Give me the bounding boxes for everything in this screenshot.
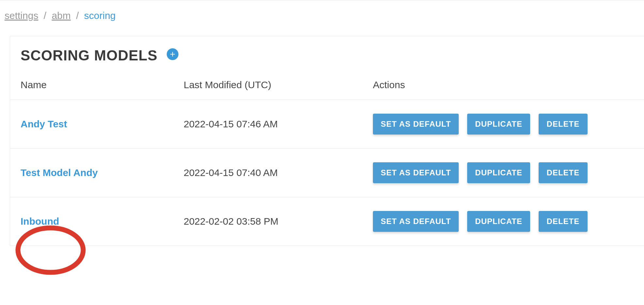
delete-button[interactable]: DELETE [539,211,588,232]
plus-icon [169,50,176,58]
model-modified-date: 2022-02-02 03:58 PM [184,216,373,227]
breadcrumb: settings / abm / scoring [0,0,644,28]
duplicate-button[interactable]: DUPLICATE [467,162,530,183]
breadcrumb-settings[interactable]: settings [5,10,38,21]
set-default-button[interactable]: SET AS DEFAULT [373,211,459,232]
scoring-models-card: SCORING MODELS Name Last Modified (UTC) … [10,36,644,246]
set-default-button[interactable]: SET AS DEFAULT [373,114,459,135]
model-modified-date: 2022-04-15 07:40 AM [184,167,373,178]
add-scoring-model-button[interactable] [167,48,178,60]
table-row: Inbound 2022-02-02 03:58 PM SET AS DEFAU… [10,197,644,246]
breadcrumb-abm[interactable]: abm [52,10,70,21]
table-header-row: Name Last Modified (UTC) Actions [10,79,644,100]
row-actions: SET AS DEFAULT DUPLICATE DELETE [373,211,644,232]
table-row: Andy Test 2022-04-15 07:46 AM SET AS DEF… [10,100,644,149]
set-default-button[interactable]: SET AS DEFAULT [373,162,459,183]
row-actions: SET AS DEFAULT DUPLICATE DELETE [373,114,644,135]
duplicate-button[interactable]: DUPLICATE [467,211,530,232]
breadcrumb-separator: / [44,10,46,21]
column-header-actions: Actions [373,79,644,90]
breadcrumb-separator: / [76,10,79,21]
delete-button[interactable]: DELETE [539,114,588,135]
table-row: Test Model Andy 2022-04-15 07:40 AM SET … [10,149,644,197]
model-name-link[interactable]: Andy Test [21,119,184,130]
model-name-link[interactable]: Inbound [21,216,184,227]
scoring-models-table: Name Last Modified (UTC) Actions Andy Te… [10,79,644,246]
duplicate-button[interactable]: DUPLICATE [467,114,530,135]
breadcrumb-current: scoring [84,10,116,21]
row-actions: SET AS DEFAULT DUPLICATE DELETE [373,162,644,183]
column-header-modified: Last Modified (UTC) [184,79,373,90]
model-modified-date: 2022-04-15 07:46 AM [184,119,373,130]
delete-button[interactable]: DELETE [539,162,588,183]
card-header: SCORING MODELS [10,36,644,68]
column-header-name: Name [21,79,184,90]
model-name-link[interactable]: Test Model Andy [21,167,184,178]
page-title: SCORING MODELS [21,47,158,64]
